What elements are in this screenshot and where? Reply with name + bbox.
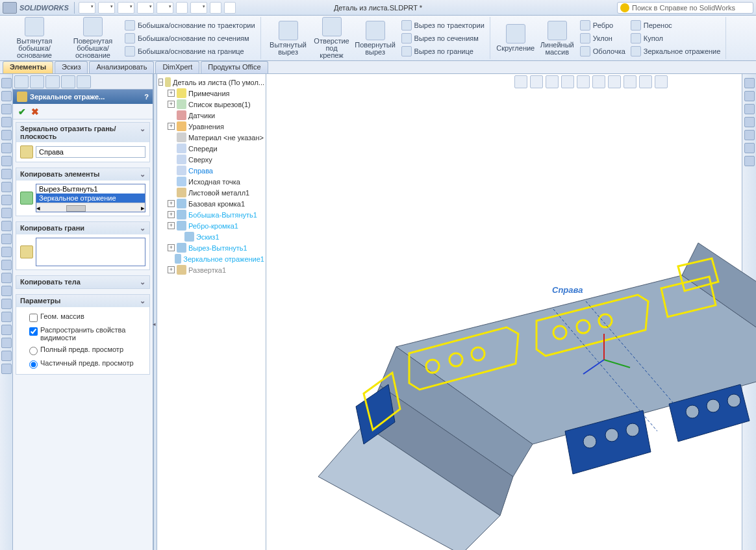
- tool-icon[interactable]: [1, 117, 12, 127]
- open-button[interactable]: [98, 2, 115, 14]
- zoom-fit-icon[interactable]: [514, 75, 527, 88]
- hole-wizard-button[interactable]: Отверстиеподкрепеж: [312, 16, 352, 60]
- wrap-button[interactable]: Перенос: [628, 19, 724, 32]
- tree-root[interactable]: −Деталь из листа (По умол...: [158, 77, 264, 88]
- display-tab[interactable]: [77, 75, 91, 88]
- property-manager-tab[interactable]: [30, 75, 44, 88]
- tool-icon[interactable]: [1, 91, 12, 101]
- tree-material[interactable]: Материал <не указан>: [158, 132, 264, 143]
- partial-preview-radio[interactable]: Частичный предв. просмотр: [20, 357, 145, 371]
- tree-annotations[interactable]: +Примечания: [158, 88, 264, 99]
- feature-manager-tab[interactable]: [14, 75, 29, 88]
- search-input[interactable]: [632, 4, 750, 12]
- tree-sensors[interactable]: Датчики: [158, 110, 264, 121]
- tab-evaluate[interactable]: Анализировать: [89, 61, 154, 73]
- faces-listbox[interactable]: [36, 238, 145, 266]
- tree-flatpattern[interactable]: +Развертка1: [158, 264, 264, 275]
- group-header[interactable]: Копировать грани: [16, 222, 149, 234]
- tool-icon[interactable]: [1, 234, 12, 244]
- task-pane-icon[interactable]: [744, 91, 755, 101]
- tab-office[interactable]: Продукты Office: [201, 61, 268, 73]
- view-orientation-icon[interactable]: [577, 75, 590, 88]
- tool-icon[interactable]: [1, 260, 12, 270]
- lofted-cut-button[interactable]: Вырез по сечениям: [399, 32, 487, 45]
- revolved-boss-button[interactable]: Повернутаябобышка/основание: [64, 16, 122, 60]
- section-view-icon[interactable]: [561, 75, 574, 88]
- rebuild-button[interactable]: [190, 2, 207, 14]
- tool-icon[interactable]: [1, 247, 12, 257]
- task-pane-icon[interactable]: [744, 104, 755, 114]
- swept-boss-button[interactable]: Бобышка/основание по траектории: [122, 19, 258, 32]
- tool-icon[interactable]: [1, 78, 12, 88]
- tree-equations[interactable]: +Уравнения: [158, 121, 264, 132]
- 3d-viewport[interactable]: Справа: [266, 74, 742, 550]
- select-button[interactable]: [176, 2, 188, 14]
- tool-icon[interactable]: [1, 286, 12, 296]
- tool-icon[interactable]: [1, 338, 12, 348]
- tree-edge-flange[interactable]: +Ребро-кромка1: [158, 220, 264, 231]
- mirror-button[interactable]: Зеркальное отражение: [628, 45, 724, 58]
- tool-icon[interactable]: [1, 299, 12, 309]
- fillet-button[interactable]: Скругление: [494, 23, 537, 53]
- tab-features[interactable]: Элементы: [3, 61, 53, 73]
- dome-button[interactable]: Купол: [628, 32, 724, 45]
- rib-button[interactable]: Ребро: [577, 19, 628, 32]
- list-item[interactable]: Зеркальное отражение: [36, 194, 145, 203]
- undo-button[interactable]: [157, 2, 173, 14]
- tree-sheetmetal[interactable]: Листовой металл1: [158, 187, 264, 198]
- tree-top-plane[interactable]: Сверху: [158, 154, 264, 165]
- mirror-plane-input[interactable]: [36, 146, 145, 158]
- dimxpert-tab[interactable]: [61, 75, 75, 88]
- cancel-button[interactable]: ✖: [31, 106, 39, 117]
- tree-right-plane[interactable]: Справа: [158, 165, 264, 176]
- tab-dimxpert[interactable]: DimXpert: [155, 61, 199, 73]
- prev-view-icon[interactable]: [546, 75, 559, 88]
- geom-pattern-checkbox[interactable]: Геом. массив: [20, 310, 145, 324]
- swept-cut-button[interactable]: Вырез по траектории: [399, 19, 487, 32]
- tool-icon[interactable]: [1, 104, 12, 114]
- draft-button[interactable]: Уклон: [577, 32, 628, 45]
- apply-scene-icon[interactable]: [639, 75, 652, 88]
- linear-pattern-button[interactable]: Линейныймассив: [537, 19, 577, 57]
- tree-front-plane[interactable]: Спереди: [158, 143, 264, 154]
- zoom-area-icon[interactable]: [530, 75, 543, 88]
- tool-icon[interactable]: [1, 364, 12, 374]
- tool-icon[interactable]: [1, 273, 12, 283]
- full-preview-radio[interactable]: Полный предв. просмотр: [20, 344, 145, 357]
- features-listbox[interactable]: Вырез-Вытянуть1 Зеркальное отражение ◂▸: [36, 184, 145, 212]
- tree-sketch1[interactable]: Эскиз1: [158, 231, 264, 242]
- revolved-cut-button[interactable]: Повернутыйвырез: [352, 19, 399, 57]
- tool-icon[interactable]: [1, 156, 12, 166]
- save-button[interactable]: [118, 2, 134, 14]
- tool-icon[interactable]: [1, 351, 12, 361]
- lofted-boss-button[interactable]: Бобышка/основание по сечениям: [122, 32, 258, 45]
- list-item[interactable]: Вырез-Вытянуть1: [36, 184, 145, 194]
- tree-mirror1[interactable]: Зеркальное отражение1: [158, 253, 264, 264]
- group-header[interactable]: Параметры: [16, 295, 149, 307]
- help-button[interactable]: [224, 2, 236, 14]
- tool-icon[interactable]: [1, 195, 12, 205]
- help-search[interactable]: [617, 2, 753, 14]
- hide-show-icon[interactable]: [608, 75, 621, 88]
- display-style-icon[interactable]: [592, 75, 605, 88]
- tool-icon[interactable]: [1, 312, 12, 322]
- edit-appearance-icon[interactable]: [624, 75, 636, 88]
- group-header[interactable]: Копировать тела: [16, 276, 149, 288]
- tool-icon[interactable]: [1, 182, 12, 192]
- help-icon[interactable]: ?: [144, 93, 149, 101]
- scrollbar[interactable]: ◂▸: [36, 203, 145, 212]
- tree-origin[interactable]: Исходная точка: [158, 176, 264, 187]
- print-button[interactable]: [137, 2, 154, 14]
- tool-icon[interactable]: [1, 169, 12, 179]
- propagate-checkbox[interactable]: Распространить свойства видимости: [20, 324, 145, 344]
- tab-sketch[interactable]: Эскиз: [55, 61, 88, 73]
- extruded-cut-button[interactable]: Вытянутыйвырез: [265, 19, 312, 57]
- tree-cut-extrude[interactable]: +Вырез-Вытянуть1: [158, 242, 264, 253]
- tool-icon[interactable]: [1, 221, 12, 231]
- boundary-cut-button[interactable]: Вырез по границе: [399, 45, 487, 58]
- configuration-tab[interactable]: [45, 75, 60, 88]
- tree-baseflange[interactable]: +Базовая кромка1: [158, 198, 264, 209]
- task-pane-icon[interactable]: [744, 78, 755, 88]
- tree-cutlist[interactable]: +Список вырезов(1): [158, 99, 264, 110]
- ok-button[interactable]: ✔: [18, 106, 26, 117]
